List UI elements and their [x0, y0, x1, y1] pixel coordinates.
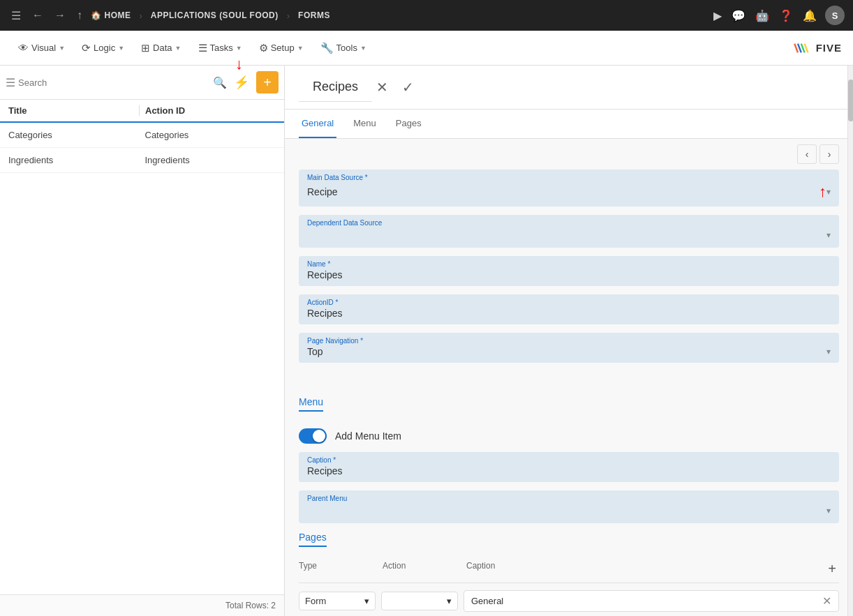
pages-add-button[interactable]: +	[825, 561, 839, 577]
tab-general[interactable]: General	[299, 110, 336, 138]
annotation-arrow-2: ↑	[819, 183, 826, 201]
parent-menu-label: Parent Menu	[307, 495, 831, 502]
five-logo-svg	[792, 41, 815, 55]
next-arrow-button[interactable]: ›	[819, 144, 839, 164]
caption-label: Caption *	[307, 456, 831, 464]
close-button[interactable]: ✕	[372, 77, 392, 97]
tab-nav: General Menu Pages	[285, 110, 853, 139]
forms-link[interactable]: FORMS	[298, 10, 330, 20]
type-select[interactable]: Form ▾	[299, 592, 376, 610]
page-navigation-field: Page Navigation * Top ▾	[299, 333, 839, 363]
setup-menu[interactable]: ⚙ Setup ▼	[252, 38, 311, 59]
nav-actions: ▶ 💬 🤖 ❓ 🔔 S	[712, 6, 845, 25]
row-action-categories: Categories	[140, 130, 276, 140]
caption-clear-button[interactable]: ✕	[822, 594, 831, 608]
setup-icon: ⚙	[259, 42, 268, 54]
name-field: Name *	[299, 256, 839, 286]
menu-section-label: Menu	[299, 396, 323, 407]
table-header: Title Action ID	[0, 100, 284, 123]
right-content: General Menu Pages ‹ › Main Data	[285, 110, 853, 616]
name-input[interactable]	[307, 269, 831, 280]
help-icon[interactable]: ❓	[778, 8, 794, 24]
add-button[interactable]: +	[256, 71, 279, 93]
row-action-ingredients: Ingredients	[140, 155, 276, 165]
action-select-caret: ▾	[447, 596, 452, 606]
header-actions: ✕ ✓	[372, 77, 418, 97]
tools-menu[interactable]: 🔧 Tools ▼	[313, 38, 373, 59]
avatar[interactable]: S	[825, 6, 845, 25]
panel-title: Recipes	[299, 73, 372, 102]
bell-icon[interactable]: 🔔	[801, 8, 818, 24]
eye-icon: 👁	[18, 42, 29, 54]
action-id-field: ActionID *	[299, 294, 839, 324]
dependent-datasource-dropdown-icon[interactable]: ▾	[826, 230, 831, 240]
play-icon[interactable]: ▶	[712, 8, 723, 24]
home-icon: 🏠	[91, 10, 102, 20]
page-navigation-label: Page Navigation *	[307, 337, 831, 345]
tools-caret: ▼	[360, 45, 366, 52]
five-logo: FIVE	[792, 41, 842, 55]
visual-menu[interactable]: 👁 Visual ▼	[11, 38, 72, 58]
filter-icon[interactable]: ☰	[6, 76, 15, 89]
visual-caret: ▼	[59, 45, 65, 52]
page-nav-dropdown-icon[interactable]: ▾	[826, 347, 831, 356]
main-data-source-field: Main Data Source * Recipe ↑ ▾	[299, 170, 839, 206]
pages-col-caption-header: Caption	[466, 561, 825, 577]
caption-value-field: General ✕	[463, 590, 839, 612]
add-menu-toggle[interactable]	[299, 428, 327, 444]
scrollbar-track	[847, 66, 853, 616]
confirm-button[interactable]: ✓	[398, 77, 418, 97]
search-icon[interactable]: 🔍	[213, 76, 227, 89]
main-data-source-label: Main Data Source *	[307, 174, 831, 181]
home-link[interactable]: 🏠 HOME	[91, 10, 131, 20]
data-caret: ▼	[175, 45, 181, 52]
pages-row: Form ▾ ▾ General ✕	[299, 586, 839, 616]
type-select-caret: ▾	[364, 596, 369, 606]
action-id-input[interactable]	[307, 308, 831, 319]
data-menu[interactable]: ⊞ Data ▼	[134, 38, 188, 59]
pages-col-type-header: Type	[299, 561, 383, 577]
back-icon[interactable]: ←	[29, 6, 46, 24]
menu-section: Menu Add Menu Item Caption *	[285, 396, 853, 532]
tab-menu[interactable]: Menu	[350, 110, 379, 138]
right-panel: Recipes ✕ ✓ General Menu Pages	[285, 66, 853, 616]
caption-input[interactable]	[307, 465, 831, 476]
breadcrumb-sep-2: ›	[287, 10, 290, 21]
parent-menu-field: Parent Menu ▾	[299, 490, 839, 523]
parent-menu-dropdown-icon[interactable]: ▾	[826, 506, 831, 516]
main-datasource-dropdown-icon[interactable]: ▾	[826, 187, 831, 197]
up-icon[interactable]: ↑	[74, 6, 85, 24]
add-menu-label: Add Menu Item	[335, 430, 401, 442]
menu-icon[interactable]: ☰	[8, 6, 24, 25]
data-icon: ⊞	[141, 42, 150, 54]
tasks-icon: ☰	[198, 42, 207, 54]
tasks-menu[interactable]: ☰ Tasks ▼	[191, 38, 249, 59]
top-nav: ☰ ← → ↑ 🏠 HOME › APPLICATIONS (SOUL FOOD…	[0, 0, 853, 31]
dependent-data-source-label: Dependent Data Source	[307, 219, 831, 227]
chat-icon[interactable]: 💬	[730, 8, 747, 24]
applications-link[interactable]: APPLICATIONS (SOUL FOOD)	[151, 10, 279, 20]
bot-icon[interactable]: 🤖	[754, 8, 771, 24]
lightning-icon[interactable]: ⚡	[230, 74, 253, 91]
pages-col-action-header: Action	[383, 561, 466, 577]
page-navigation-value: Top	[307, 346, 826, 357]
toolbar: 👁 Visual ▼ ⟳ Logic ▼ ⊞ Data ▼ ☰ Tasks ▼ …	[0, 31, 853, 66]
form-area: Main Data Source * Recipe ↑ ▾ Dependent …	[285, 170, 853, 396]
action-select[interactable]: ▾	[381, 592, 458, 610]
pages-section: Pages Type Action Caption +	[285, 532, 853, 616]
toggle-knob	[313, 430, 325, 442]
prev-arrow-button[interactable]: ‹	[797, 144, 817, 164]
search-input[interactable]	[18, 77, 210, 88]
main-data-source-value: Recipe	[307, 186, 816, 197]
forward-icon[interactable]: →	[52, 6, 68, 24]
table-footer: Total Rows: 2	[0, 594, 284, 616]
add-menu-item-row: Add Menu Item	[299, 423, 839, 452]
pages-section-label: Pages	[299, 532, 327, 543]
tab-pages[interactable]: Pages	[393, 110, 424, 138]
search-bar: ☰ 🔍 ⚡ ↓ +	[0, 66, 284, 100]
table-row[interactable]: Categories Categories	[0, 123, 284, 148]
scrollbar-thumb[interactable]	[848, 80, 853, 121]
nav-arrows: ‹ ›	[285, 139, 853, 170]
logic-menu[interactable]: ⟳ Logic ▼	[75, 38, 131, 59]
table-row[interactable]: Ingredients Ingredients	[0, 148, 284, 173]
